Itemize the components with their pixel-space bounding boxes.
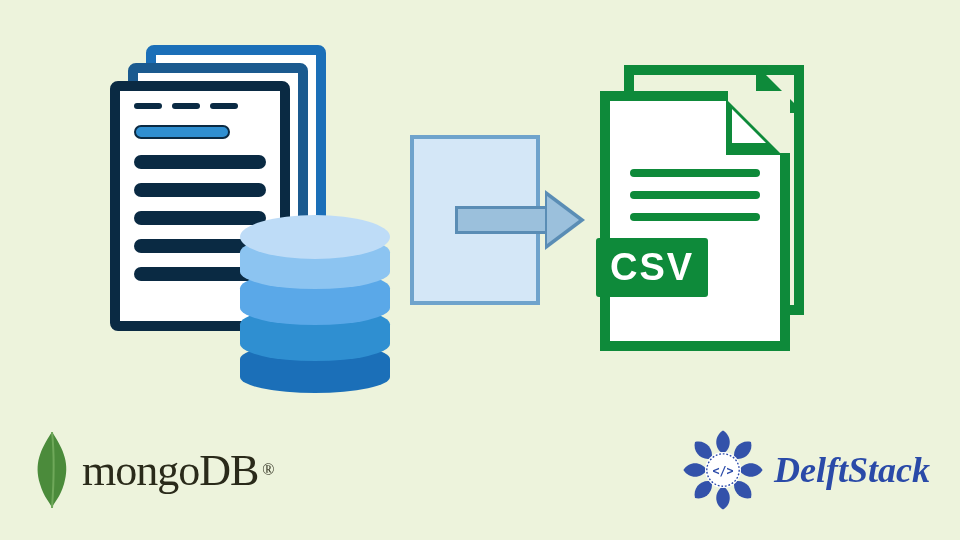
mongodb-registered-mark: ® — [262, 461, 274, 479]
mongodb-leaf-icon — [30, 430, 74, 510]
delftstack-logo: </> DelftStack — [678, 425, 930, 515]
document-heading-line — [134, 125, 230, 139]
svg-text:</>: </> — [712, 464, 733, 478]
document-text-line — [134, 155, 266, 169]
diagram-area: CSV — [110, 45, 850, 365]
delftstack-mandala-icon: </> — [678, 425, 768, 515]
mongodb-logo: mongoDB® — [30, 430, 275, 510]
documents-stack-icon — [110, 45, 370, 375]
csv-file-icon: CSV — [600, 65, 840, 365]
csv-content-lines — [630, 169, 760, 235]
csv-badge-label: CSV — [596, 238, 708, 297]
document-header-dashes — [134, 103, 266, 113]
delftstack-text: DelftStack — [774, 449, 930, 491]
logo-area: mongoDB® </> — [30, 420, 930, 520]
document-text-line — [134, 183, 266, 197]
csv-front-file: CSV — [600, 91, 790, 351]
database-cylinder-icon — [240, 215, 390, 385]
export-arrow-icon — [455, 195, 595, 245]
mongodb-text: mongoDB — [82, 445, 258, 496]
